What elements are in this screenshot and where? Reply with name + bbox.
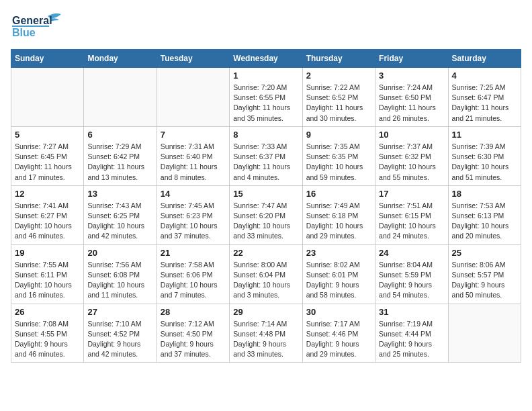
day-info: Sunrise: 7:45 AM Sunset: 6:23 PM Dayligh… [161,201,226,242]
day-number: 1 [233,71,298,81]
day-info: Sunrise: 8:06 AM Sunset: 5:57 PM Dayligh… [452,260,517,301]
svg-text:General: General [12,15,52,26]
calendar-cell: 6Sunrise: 7:29 AM Sunset: 6:42 PM Daylig… [84,126,157,185]
day-info: Sunrise: 7:47 AM Sunset: 6:20 PM Dayligh… [233,201,298,242]
calendar-cell: 3Sunrise: 7:24 AM Sunset: 6:50 PM Daylig… [375,68,448,127]
calendar-cell: 19Sunrise: 7:55 AM Sunset: 6:11 PM Dayli… [11,244,84,304]
weekday-header-row: SundayMondayTuesdayWednesdayThursdayFrid… [11,50,521,68]
day-number: 16 [306,189,371,199]
day-number: 11 [452,130,517,140]
calendar-cell: 24Sunrise: 8:04 AM Sunset: 5:59 PM Dayli… [375,244,448,304]
day-number: 17 [379,189,444,199]
day-info: Sunrise: 7:56 AM Sunset: 6:08 PM Dayligh… [87,260,152,301]
day-info: Sunrise: 7:37 AM Sunset: 6:32 PM Dayligh… [379,142,444,183]
calendar-cell [448,304,521,363]
calendar-cell: 11Sunrise: 7:39 AM Sunset: 6:30 PM Dayli… [448,126,521,185]
weekday-header: Friday [375,50,448,68]
day-info: Sunrise: 7:20 AM Sunset: 6:55 PM Dayligh… [233,83,298,124]
calendar-cell: 14Sunrise: 7:45 AM Sunset: 6:23 PM Dayli… [157,185,229,244]
calendar-cell: 2Sunrise: 7:22 AM Sunset: 6:52 PM Daylig… [302,68,375,127]
weekday-header: Wednesday [230,50,302,68]
weekday-header: Saturday [448,50,521,68]
calendar-week-row: 1Sunrise: 7:20 AM Sunset: 6:55 PM Daylig… [11,68,521,127]
day-number: 8 [233,130,298,140]
calendar-cell: 17Sunrise: 7:51 AM Sunset: 6:15 PM Dayli… [375,185,448,244]
day-number: 27 [87,307,152,317]
day-number: 7 [161,130,226,140]
day-number: 30 [306,307,371,317]
calendar-cell: 7Sunrise: 7:31 AM Sunset: 6:40 PM Daylig… [157,126,229,185]
day-info: Sunrise: 7:25 AM Sunset: 6:47 PM Dayligh… [452,83,517,124]
logo-svg: General Blue [11,11,71,41]
day-info: Sunrise: 7:43 AM Sunset: 6:25 PM Dayligh… [87,201,152,242]
calendar-cell: 12Sunrise: 7:41 AM Sunset: 6:27 PM Dayli… [11,185,84,244]
day-info: Sunrise: 8:04 AM Sunset: 5:59 PM Dayligh… [379,260,444,301]
calendar-cell: 21Sunrise: 7:58 AM Sunset: 6:06 PM Dayli… [157,244,229,304]
day-number: 25 [452,248,517,258]
day-number: 20 [87,248,152,258]
calendar-cell [84,68,157,127]
day-number: 2 [306,71,371,81]
day-info: Sunrise: 7:27 AM Sunset: 6:45 PM Dayligh… [15,142,80,183]
day-info: Sunrise: 7:31 AM Sunset: 6:40 PM Dayligh… [161,142,226,183]
weekday-header: Sunday [11,50,84,68]
calendar-cell: 30Sunrise: 7:17 AM Sunset: 4:46 PM Dayli… [302,304,375,363]
day-number: 14 [161,189,226,199]
calendar-cell: 4Sunrise: 7:25 AM Sunset: 6:47 PM Daylig… [448,68,521,127]
day-number: 9 [306,130,371,140]
calendar-cell: 23Sunrise: 8:02 AM Sunset: 6:01 PM Dayli… [302,244,375,304]
day-number: 31 [379,307,444,317]
calendar-cell: 5Sunrise: 7:27 AM Sunset: 6:45 PM Daylig… [11,126,84,185]
day-info: Sunrise: 7:53 AM Sunset: 6:13 PM Dayligh… [452,201,517,242]
day-number: 28 [161,307,226,317]
calendar-table: SundayMondayTuesdayWednesdayThursdayFrid… [11,49,521,363]
calendar-cell: 15Sunrise: 7:47 AM Sunset: 6:20 PM Dayli… [230,185,302,244]
weekday-header: Tuesday [157,50,229,68]
svg-text:Blue: Blue [12,27,36,38]
day-info: Sunrise: 7:49 AM Sunset: 6:18 PM Dayligh… [306,201,371,242]
weekday-header: Thursday [302,50,375,68]
day-info: Sunrise: 7:29 AM Sunset: 6:42 PM Dayligh… [87,142,152,183]
day-info: Sunrise: 7:39 AM Sunset: 6:30 PM Dayligh… [452,142,517,183]
calendar-cell: 28Sunrise: 7:12 AM Sunset: 4:50 PM Dayli… [157,304,229,363]
day-info: Sunrise: 7:19 AM Sunset: 4:44 PM Dayligh… [379,319,444,360]
day-info: Sunrise: 7:58 AM Sunset: 6:06 PM Dayligh… [161,260,226,301]
day-number: 10 [379,130,444,140]
day-number: 4 [452,71,517,81]
calendar-cell: 1Sunrise: 7:20 AM Sunset: 6:55 PM Daylig… [230,68,302,127]
calendar-cell: 25Sunrise: 8:06 AM Sunset: 5:57 PM Dayli… [448,244,521,304]
calendar-cell: 10Sunrise: 7:37 AM Sunset: 6:32 PM Dayli… [375,126,448,185]
calendar-cell: 13Sunrise: 7:43 AM Sunset: 6:25 PM Dayli… [84,185,157,244]
day-info: Sunrise: 7:14 AM Sunset: 4:48 PM Dayligh… [233,319,298,360]
calendar-cell: 27Sunrise: 7:10 AM Sunset: 4:52 PM Dayli… [84,304,157,363]
day-info: Sunrise: 7:12 AM Sunset: 4:50 PM Dayligh… [161,319,226,360]
day-info: Sunrise: 7:55 AM Sunset: 6:11 PM Dayligh… [15,260,80,301]
calendar-cell [157,68,229,127]
calendar-cell [11,68,84,127]
day-number: 23 [306,248,371,258]
day-number: 29 [233,307,298,317]
day-number: 6 [87,130,152,140]
calendar-cell: 29Sunrise: 7:14 AM Sunset: 4:48 PM Dayli… [230,304,302,363]
page-header: General Blue [11,11,521,41]
day-number: 18 [452,189,517,199]
day-number: 22 [233,248,298,258]
day-info: Sunrise: 7:24 AM Sunset: 6:50 PM Dayligh… [379,83,444,124]
day-number: 21 [161,248,226,258]
calendar-week-row: 26Sunrise: 7:08 AM Sunset: 4:55 PM Dayli… [11,304,521,363]
day-info: Sunrise: 7:10 AM Sunset: 4:52 PM Dayligh… [87,319,152,360]
calendar-cell: 16Sunrise: 7:49 AM Sunset: 6:18 PM Dayli… [302,185,375,244]
weekday-header: Monday [84,50,157,68]
calendar-cell: 9Sunrise: 7:35 AM Sunset: 6:35 PM Daylig… [302,126,375,185]
day-info: Sunrise: 7:51 AM Sunset: 6:15 PM Dayligh… [379,201,444,242]
calendar-cell: 20Sunrise: 7:56 AM Sunset: 6:08 PM Dayli… [84,244,157,304]
logo: General Blue [11,11,71,41]
day-number: 3 [379,71,444,81]
day-number: 26 [15,307,80,317]
calendar-week-row: 5Sunrise: 7:27 AM Sunset: 6:45 PM Daylig… [11,126,521,185]
calendar-cell: 31Sunrise: 7:19 AM Sunset: 4:44 PM Dayli… [375,304,448,363]
day-info: Sunrise: 8:00 AM Sunset: 6:04 PM Dayligh… [233,260,298,301]
day-info: Sunrise: 7:08 AM Sunset: 4:55 PM Dayligh… [15,319,80,360]
calendar-cell: 26Sunrise: 7:08 AM Sunset: 4:55 PM Dayli… [11,304,84,363]
day-info: Sunrise: 8:02 AM Sunset: 6:01 PM Dayligh… [306,260,371,301]
